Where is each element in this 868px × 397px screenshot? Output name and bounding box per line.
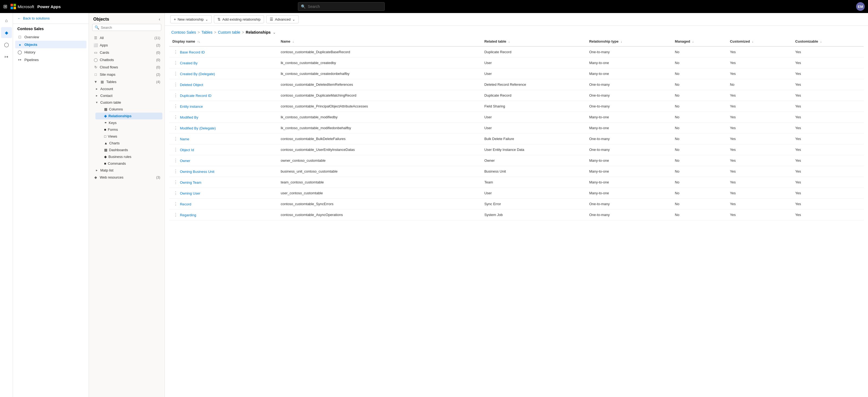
new-relationship-dropdown-icon: ⌄ xyxy=(205,17,208,22)
row-menu-0[interactable]: ⋮ xyxy=(173,50,179,54)
row-menu-15[interactable]: ⋮ xyxy=(173,212,179,217)
cell-name-3: contoso_customtable_DeletedItemReference… xyxy=(278,79,481,90)
breadcrumb-item-contososales[interactable]: Contoso Sales xyxy=(171,30,196,34)
row-menu-4[interactable]: ⋮ xyxy=(173,93,179,98)
tree-subitem-columns[interactable]: ▦ Columns xyxy=(95,106,162,113)
row-menu-8[interactable]: ⋮ xyxy=(173,137,179,141)
cell-relatedtable-12: Team xyxy=(481,177,586,188)
tree-subitem-forms[interactable]: ■ Forms xyxy=(95,126,162,133)
cell-managed-8: No xyxy=(672,134,727,144)
objects-list-item-all[interactable]: ☰ All (11) xyxy=(91,34,162,41)
cell-managed-7: No xyxy=(672,123,727,134)
breadcrumb-item-tables[interactable]: Tables xyxy=(202,30,212,34)
col-header-managed[interactable]: Managed ↓ xyxy=(672,37,727,47)
objects-list-item-chatbots[interactable]: ◯ Chatbots (0) xyxy=(91,56,162,63)
tables-tree: ► Account ► Contact ▼ Custom table ▦ xyxy=(93,85,162,174)
advanced-button[interactable]: ☰ Advanced ⌄ xyxy=(266,15,299,23)
search-input[interactable] xyxy=(308,4,382,9)
cell-customized-14: Yes xyxy=(727,199,792,209)
search-box[interactable]: 🔍 xyxy=(298,2,385,11)
collapse-icon[interactable]: ‹ xyxy=(159,17,160,22)
nav-icon-pipelines[interactable]: ↦ xyxy=(1,51,12,62)
sidebar-item-overview[interactable]: □ Overview xyxy=(15,33,87,41)
cell-relatedtable-9: User Entity Instance Data xyxy=(481,144,586,155)
cell-name-12: team_contoso_customtable xyxy=(278,177,481,188)
row-menu-10[interactable]: ⋮ xyxy=(173,158,179,163)
sidebar-item-history[interactable]: ◯ History xyxy=(15,48,87,56)
tree-subitem-dashboards[interactable]: ▦ Dashboards xyxy=(95,146,162,153)
cell-relationshiptype-6: Many-to-one xyxy=(586,112,672,123)
objects-search-icon: 🔍 xyxy=(95,25,99,30)
col-header-customizable[interactable]: Customizable ↓ xyxy=(792,37,864,47)
objects-list-item-cloudflows[interactable]: ↻ Cloud flows (0) xyxy=(91,63,162,71)
tree-subitem-views[interactable]: □ Views xyxy=(95,133,162,140)
contact-chevron: ► xyxy=(95,94,99,97)
tree-subitem-keys[interactable]: ⚭ Keys xyxy=(95,119,162,126)
objects-list-item-cards[interactable]: ▭ Cards (0) xyxy=(91,49,162,56)
col-header-displayname[interactable]: Display name ↑↓ xyxy=(169,37,278,47)
table-row: ⋮ Object Id contoso_customtable_UserEnti… xyxy=(169,144,864,155)
cell-relationshiptype-9: One-to-many xyxy=(586,144,672,155)
tree-item-account[interactable]: ► Account xyxy=(93,85,162,92)
tree-item-contact[interactable]: ► Contact xyxy=(93,92,162,99)
user-avatar[interactable]: EM xyxy=(856,2,865,11)
row-menu-13[interactable]: ⋮ xyxy=(173,191,179,195)
row-menu-1[interactable]: ⋮ xyxy=(173,60,179,65)
body-container: ⌂ ◆ ◯ ↦ ← Back to solutions Contoso Sale… xyxy=(0,13,868,397)
row-menu-3[interactable]: ⋮ xyxy=(173,82,179,87)
row-menu-9[interactable]: ⋮ xyxy=(173,147,179,152)
search-icon: 🔍 xyxy=(301,4,306,9)
row-menu-11[interactable]: ⋮ xyxy=(173,169,179,174)
customtable-tree: ▦ Columns ◈ Relationships ⚭ Keys ■ Forms xyxy=(95,106,162,167)
row-menu-14[interactable]: ⋮ xyxy=(173,202,179,206)
row-menu-7[interactable]: ⋮ xyxy=(173,125,179,130)
new-relationship-button[interactable]: + New relationship ⌄ xyxy=(170,15,212,23)
objects-search[interactable]: 🔍 xyxy=(92,24,161,31)
ms-logo[interactable]: Microsoft xyxy=(10,4,34,9)
add-existing-relationship-button[interactable]: ⇅ Add existing relationship xyxy=(214,15,264,23)
row-menu-2[interactable]: ⋮ xyxy=(173,72,179,76)
breadcrumb-dropdown-icon[interactable]: ⌄ xyxy=(273,30,276,34)
col-header-relatedtable[interactable]: Related table ↓ xyxy=(481,37,586,47)
breadcrumb-item-customtable[interactable]: Custom table xyxy=(218,30,240,34)
col-header-name[interactable]: Name ↓ xyxy=(278,37,481,47)
relationships-table: Display name ↑↓ Name ↓ Related table ↓ xyxy=(169,37,864,220)
breadcrumb-sep-3: > xyxy=(242,30,244,34)
tree-subitem-commands[interactable]: ■ Commands xyxy=(95,160,162,167)
nav-icon-objects[interactable]: ◆ xyxy=(1,27,12,38)
tree-subitem-businessrules[interactable]: ◆ Business rules xyxy=(95,153,162,160)
tree-subitem-relationships[interactable]: ◈ Relationships xyxy=(95,113,162,119)
cell-customizable-0: Yes xyxy=(792,47,864,58)
cell-relatedtable-4: Duplicate Record xyxy=(481,90,586,101)
cell-customized-13: Yes xyxy=(727,188,792,199)
breadcrumb-sep-1: > xyxy=(197,30,200,34)
tree-item-customtable[interactable]: ▼ Custom table xyxy=(93,99,162,106)
col-header-customized[interactable]: Customized ↓ xyxy=(727,37,792,47)
objects-list-item-apps[interactable]: ⬜ Apps (2) xyxy=(91,41,162,49)
objects-list-item-webresources[interactable]: ◆ Web resources (3) xyxy=(91,174,162,181)
tree-item-maplist[interactable]: ► Matp list xyxy=(93,167,162,174)
sort-relatedtable-icon: ↓ xyxy=(508,40,510,43)
cell-name-14: contoso_customtable_SyncErrors xyxy=(278,199,481,209)
back-to-solutions[interactable]: ← Back to solutions xyxy=(13,13,89,24)
breadcrumb: Contoso Sales > Tables > Custom table > … xyxy=(165,26,868,37)
left-nav-menu: □ Overview ⬥ Objects ◯ History ↦ Pipelin… xyxy=(13,32,89,64)
cell-managed-10: No xyxy=(672,155,727,166)
tree-subitem-charts[interactable]: ▲ Charts xyxy=(95,140,162,146)
nav-icon-home[interactable]: ⌂ xyxy=(1,15,12,26)
sidebar-item-objects[interactable]: ⬥ Objects xyxy=(15,41,87,48)
cell-customizable-7: Yes xyxy=(792,123,864,134)
waffle-icon[interactable]: ⊞ xyxy=(3,3,7,9)
row-menu-12[interactable]: ⋮ xyxy=(173,180,179,185)
objects-search-input[interactable] xyxy=(101,26,159,30)
objects-list-item-tables[interactable]: ▼ ▦ Tables (4) xyxy=(91,78,162,85)
col-header-relationshiptype[interactable]: Relationship type ↓ xyxy=(586,37,672,47)
app-name: Power Apps xyxy=(37,4,61,9)
objects-list-item-sitemaps[interactable]: □ Site maps (2) xyxy=(91,71,162,78)
sidebar-item-pipelines[interactable]: ↦ Pipelines xyxy=(15,56,87,63)
cell-customized-1: Yes xyxy=(727,58,792,68)
row-menu-6[interactable]: ⋮ xyxy=(173,115,179,119)
cell-relatedtable-11: Business Unit xyxy=(481,166,586,177)
nav-icon-history[interactable]: ◯ xyxy=(1,39,12,50)
row-menu-5[interactable]: ⋮ xyxy=(173,104,179,109)
